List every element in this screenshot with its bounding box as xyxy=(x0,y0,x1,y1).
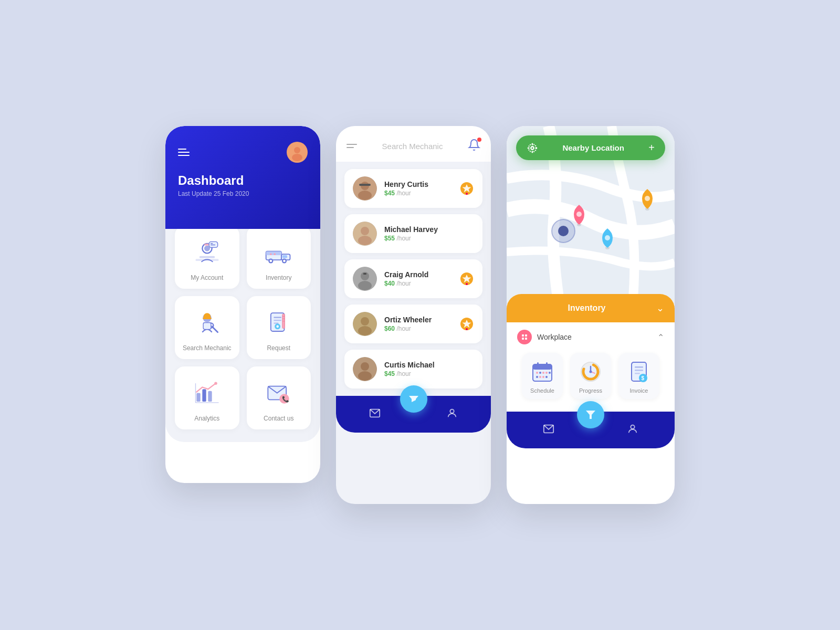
search-hamburger-icon[interactable] xyxy=(346,142,357,150)
inventory-header[interactable]: Inventory ⌄ xyxy=(507,294,675,322)
svg-point-74 xyxy=(450,409,454,413)
search-header: Search Mechanic xyxy=(336,126,491,162)
mechanic-name: Ortiz Wheeler xyxy=(384,316,452,324)
svg-rect-14 xyxy=(266,251,281,255)
schedule-icon xyxy=(531,360,554,383)
svg-marker-11 xyxy=(211,247,213,249)
inventory-panel: Inventory ⌄ Workplace xyxy=(507,294,675,406)
menu-card-contact[interactable]: 📞 Contact us xyxy=(247,366,311,429)
svg-rect-9 xyxy=(211,243,213,244)
menu-card-inventory[interactable]: Inventory xyxy=(247,226,311,289)
menu-card-analytics[interactable]: Analytics xyxy=(175,366,239,429)
user-nav-icon-3[interactable] xyxy=(627,423,638,437)
workplace-header: Workplace ⌃ xyxy=(517,330,664,344)
workplace-name: Workplace xyxy=(537,333,572,341)
mechanic-card[interactable]: Michael Harvey $55 /hour xyxy=(344,214,482,253)
mechanic-card[interactable]: Craig Arnold $40 /hour xyxy=(344,259,482,298)
svg-text:📞: 📞 xyxy=(282,395,289,403)
svg-point-55 xyxy=(361,227,369,235)
filter-fab-button[interactable] xyxy=(400,385,427,413)
chevron-up-icon[interactable]: ⌃ xyxy=(657,332,664,342)
filter-fab-button-3[interactable] xyxy=(577,401,604,428)
mechanic-rate: $45 /hour xyxy=(384,370,452,377)
svg-rect-93 xyxy=(525,338,527,340)
workplace-cards: Schedule xyxy=(517,353,664,399)
menu-card-search-mechanic[interactable]: Search Mechanic xyxy=(175,296,239,359)
svg-point-72 xyxy=(358,371,372,381)
svg-rect-26 xyxy=(203,322,211,329)
svg-rect-28 xyxy=(274,317,282,318)
schedule-card[interactable]: Schedule xyxy=(522,353,563,399)
mechanic-card[interactable]: Curtis Michael $45 /hour xyxy=(344,350,482,388)
workplace-icon xyxy=(517,330,532,344)
badge-icon xyxy=(459,271,474,286)
svg-rect-38 xyxy=(202,389,206,402)
invoice-card[interactable]: $ Invoice xyxy=(618,353,659,399)
mechanic-list: Henry Curtis $45 /hour xyxy=(336,162,491,396)
svg-point-102 xyxy=(549,372,551,374)
menu-card-request[interactable]: Request xyxy=(247,296,311,359)
avatar[interactable] xyxy=(287,142,308,163)
mechanic-card[interactable]: Henry Curtis $45 /hour xyxy=(344,169,482,208)
svg-rect-115 xyxy=(635,370,643,371)
inventory-icon xyxy=(263,236,295,268)
svg-point-104 xyxy=(539,376,541,378)
svg-rect-90 xyxy=(522,334,524,337)
mechanic-card[interactable]: Ortiz Wheeler $60 /hour xyxy=(344,304,482,343)
svg-rect-4 xyxy=(200,256,215,258)
nearby-location-button[interactable]: Nearby Location + xyxy=(516,135,665,160)
svg-point-99 xyxy=(539,372,541,374)
svg-point-79 xyxy=(576,212,582,217)
request-icon xyxy=(263,307,295,338)
svg-point-83 xyxy=(645,196,650,201)
mechanic-rate: $45 /hour xyxy=(384,190,452,197)
svg-rect-114 xyxy=(635,366,643,368)
chevron-down-icon: ⌄ xyxy=(656,302,664,314)
mail-nav-icon[interactable] xyxy=(369,407,381,422)
map-area: Nearby Location + xyxy=(507,126,675,304)
dashboard-title: Dashboard xyxy=(178,173,308,188)
svg-point-19 xyxy=(283,259,286,262)
svg-point-101 xyxy=(545,372,548,374)
svg-point-85 xyxy=(529,144,537,152)
avatar xyxy=(353,222,377,246)
menu-grid: My Account xyxy=(175,226,311,429)
workplace-left: Workplace xyxy=(517,330,572,344)
svg-rect-97 xyxy=(546,362,548,366)
menu-label-my-account: My Account xyxy=(191,274,223,281)
svg-rect-49 xyxy=(359,184,371,186)
svg-point-59 xyxy=(358,281,372,290)
menu-label-inventory: Inventory xyxy=(266,274,291,281)
menu-label-request: Request xyxy=(267,344,290,352)
svg-point-20 xyxy=(270,253,272,255)
nearby-location-label: Nearby Location xyxy=(544,143,642,152)
svg-point-100 xyxy=(542,372,544,374)
svg-point-105 xyxy=(542,376,544,378)
svg-point-84 xyxy=(531,146,534,150)
svg-rect-23 xyxy=(203,318,212,319)
mail-nav-icon-3[interactable] xyxy=(543,423,554,437)
svg-rect-95 xyxy=(533,364,552,370)
badge-icon xyxy=(459,181,474,196)
dashboard-subtitle: Last Update 25 Feb 2020 xyxy=(178,190,308,197)
svg-point-69 xyxy=(466,328,468,330)
svg-text:$: $ xyxy=(642,375,645,381)
progress-card[interactable]: Progress xyxy=(570,353,611,399)
svg-point-2 xyxy=(292,154,302,161)
bell-icon[interactable] xyxy=(468,139,480,153)
mechanic-info: Michael Harvey $55 /hour xyxy=(384,225,452,242)
contact-icon: 📞 xyxy=(263,377,295,408)
invoice-label: Invoice xyxy=(630,387,648,394)
svg-point-56 xyxy=(358,236,372,245)
avatar xyxy=(353,312,377,336)
plus-icon[interactable]: + xyxy=(648,142,655,154)
mechanic-rate: $55 /hour xyxy=(384,235,452,242)
svg-point-40 xyxy=(214,382,217,385)
user-nav-icon[interactable] xyxy=(446,407,458,422)
svg-point-48 xyxy=(358,191,372,200)
menu-card-my-account[interactable]: My Account xyxy=(175,226,239,289)
inventory-title: Inventory xyxy=(517,303,656,313)
mechanic-name: Curtis Michael xyxy=(384,361,452,369)
hamburger-menu-icon[interactable] xyxy=(178,146,190,158)
svg-point-103 xyxy=(536,376,538,378)
